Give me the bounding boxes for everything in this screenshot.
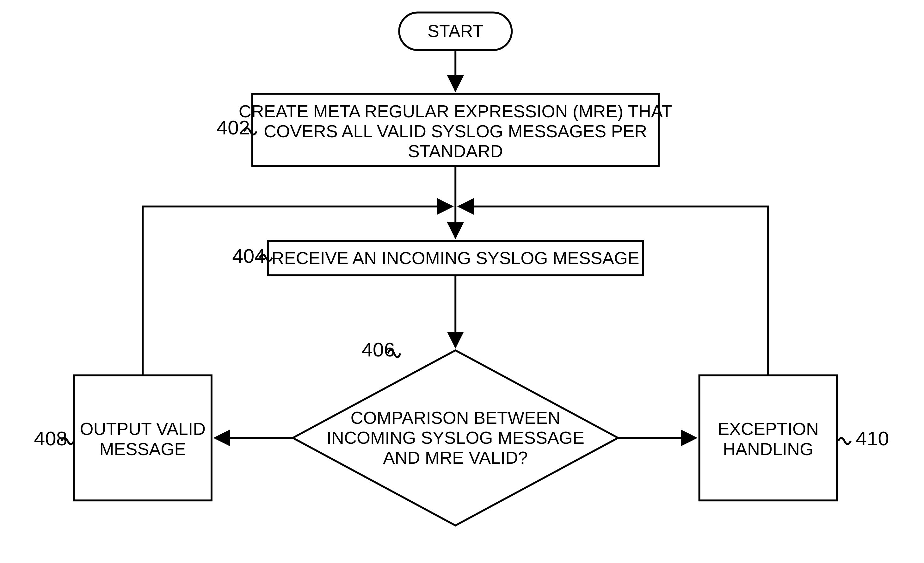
ref-410-squiggle [838, 438, 851, 444]
decision-406: COMPARISON BETWEEN INCOMING SYSLOG MESSA… [293, 350, 618, 525]
step-408-line1: OUTPUT VALID [80, 419, 206, 439]
step-410-line2: HANDLING [723, 439, 813, 459]
decision-406-line3: AND MRE VALID? [383, 448, 528, 467]
step-404-box: RECEIVE AN INCOMING SYSLOG MESSAGE [268, 241, 643, 275]
step-404-text: RECEIVE AN INCOMING SYSLOG MESSAGE [272, 248, 639, 268]
step-402-line3: STANDARD [408, 141, 503, 161]
arrow-408-feedback [142, 207, 452, 375]
decision-406-line2: INCOMING SYSLOG MESSAGE [327, 428, 584, 447]
arrow-410-feedback [459, 207, 768, 375]
start-label: START [428, 21, 483, 41]
ref-402: 402 [217, 116, 250, 138]
step-408-line2: MESSAGE [99, 439, 186, 459]
step-410-line1: EXCEPTION [717, 419, 819, 439]
ref-410: 410 [856, 427, 889, 449]
start-node: START [399, 13, 512, 50]
flowchart-diagram: START CREATE META REGULAR EXPRESSION (MR… [0, 0, 924, 563]
step-408-box: OUTPUT VALID MESSAGE [74, 375, 212, 501]
decision-406-line1: COMPARISON BETWEEN [351, 408, 560, 428]
step-410-box: EXCEPTION HANDLING [699, 375, 837, 501]
step-402-box: CREATE META REGULAR EXPRESSION (MRE) THA… [239, 94, 672, 166]
step-402-line1: CREATE META REGULAR EXPRESSION (MRE) THA… [239, 102, 672, 121]
step-402-line2: COVERS ALL VALID SYSLOG MESSAGES PER [264, 122, 647, 141]
